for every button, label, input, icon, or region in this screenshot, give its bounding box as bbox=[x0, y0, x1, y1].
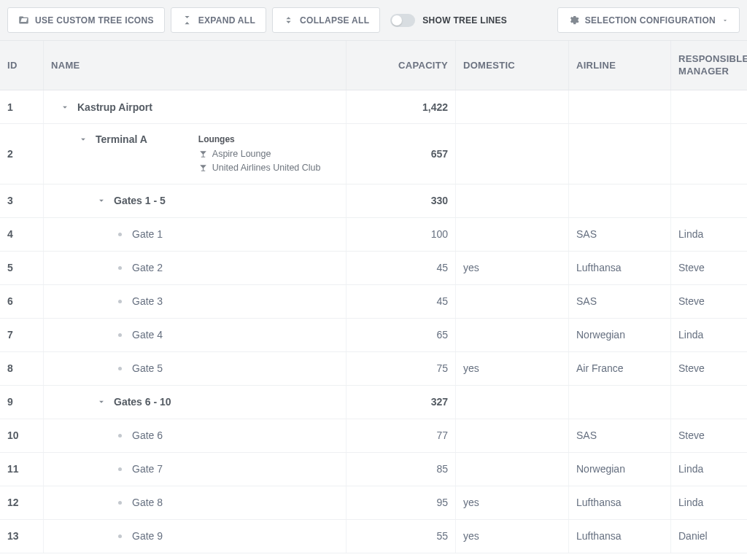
table-row[interactable]: 6 Gate 3 45 SAS Steve bbox=[0, 285, 747, 319]
cell-domestic: yes bbox=[456, 252, 569, 284]
lounge-name: United Airlines United Club bbox=[212, 161, 321, 175]
cell-capacity: 100 bbox=[347, 218, 456, 251]
cell-id: 2 bbox=[0, 124, 44, 184]
cell-name: Gate 8 bbox=[44, 486, 347, 519]
cell-id: 1 bbox=[0, 90, 44, 123]
table-row[interactable]: 4 Gate 1 100 SAS Linda bbox=[0, 218, 747, 252]
table-row[interactable]: 7 Gate 4 65 Norwegian Linda bbox=[0, 319, 747, 352]
use-custom-tree-icons-button[interactable]: USE CUSTOM TREE ICONS bbox=[7, 7, 165, 33]
toggle-switch[interactable] bbox=[390, 14, 415, 27]
column-header-airline[interactable]: AIRLINE bbox=[569, 41, 671, 90]
leaf-bullet-icon bbox=[113, 362, 126, 375]
table-row[interactable]: 5 Gate 2 45 yes Lufthansa Steve bbox=[0, 252, 747, 285]
table-row[interactable]: 8 Gate 5 75 yes Air France Steve bbox=[0, 352, 747, 386]
leaf-bullet-icon bbox=[113, 529, 126, 542]
expand-toggle[interactable] bbox=[95, 395, 108, 408]
cell-domestic: yes bbox=[456, 520, 569, 553]
table-row[interactable]: 12 Gate 8 95 yes Lufthansa Linda bbox=[0, 486, 747, 520]
node-label: Gate 4 bbox=[132, 329, 163, 341]
leaf-bullet-icon bbox=[113, 261, 126, 274]
column-header-capacity[interactable]: CAPACITY bbox=[347, 41, 456, 90]
node-label: Gate 8 bbox=[132, 497, 163, 508]
table-row[interactable]: 9 Gates 6 - 10 327 bbox=[0, 386, 747, 419]
cell-id: 5 bbox=[0, 252, 44, 284]
expand-all-icon bbox=[182, 15, 193, 26]
expand-toggle[interactable] bbox=[95, 194, 108, 207]
cell-capacity: 55 bbox=[347, 520, 456, 553]
chevron-down-icon bbox=[721, 17, 729, 24]
cell-manager: Steve bbox=[671, 252, 747, 284]
node-label: Gates 1 - 5 bbox=[114, 195, 166, 206]
collapse-all-button[interactable]: COLLAPSE ALL bbox=[272, 7, 380, 33]
table-row[interactable]: 11 Gate 7 85 Norwegian Linda bbox=[0, 453, 747, 486]
cell-capacity: 330 bbox=[347, 184, 456, 217]
cell-domestic: yes bbox=[456, 486, 569, 519]
table-row[interactable]: 3 Gates 1 - 5 330 bbox=[0, 184, 747, 218]
cell-manager: Steve bbox=[671, 352, 747, 385]
cell-domestic bbox=[456, 218, 569, 251]
cell-name: Gates 1 - 5 bbox=[44, 184, 347, 217]
table-row[interactable]: 13 Gate 9 55 yes Lufthansa Daniel bbox=[0, 520, 747, 553]
node-label: Gate 6 bbox=[132, 429, 163, 441]
button-label: COLLAPSE ALL bbox=[300, 15, 369, 26]
lounge-item: United Airlines United Club bbox=[198, 161, 321, 175]
cell-capacity: 1,422 bbox=[347, 90, 456, 123]
cell-domestic bbox=[456, 124, 569, 184]
cocktail-icon bbox=[198, 163, 208, 173]
cell-name: Gate 7 bbox=[44, 453, 347, 486]
cell-id: 7 bbox=[0, 319, 44, 351]
cell-airline: SAS bbox=[569, 419, 671, 452]
cell-name: Gate 4 bbox=[44, 319, 347, 351]
cell-manager: Linda bbox=[671, 218, 747, 251]
button-label: USE CUSTOM TREE ICONS bbox=[35, 15, 154, 26]
cell-domestic: yes bbox=[456, 352, 569, 385]
expand-toggle[interactable] bbox=[58, 101, 71, 114]
table-row[interactable]: 1 Kastrup Airport 1,422 bbox=[0, 90, 747, 124]
cell-capacity: 85 bbox=[347, 453, 456, 486]
toolbar: USE CUSTOM TREE ICONS EXPAND ALL COLLAPS… bbox=[0, 0, 747, 41]
node-label: Gate 7 bbox=[132, 463, 163, 475]
node-label: Gate 1 bbox=[132, 228, 163, 240]
expand-toggle[interactable] bbox=[77, 133, 90, 146]
show-tree-lines-toggle[interactable]: SHOW TREE LINES bbox=[390, 14, 507, 27]
column-header-manager[interactable]: RESPONSIBLE MANAGER bbox=[671, 41, 747, 90]
cell-airline bbox=[569, 386, 671, 419]
lounge-item: Aspire Lounge bbox=[198, 147, 321, 161]
cell-capacity: 95 bbox=[347, 486, 456, 519]
cocktail-icon bbox=[198, 149, 208, 159]
cell-id: 6 bbox=[0, 285, 44, 318]
cell-capacity: 45 bbox=[347, 252, 456, 284]
cell-name: Kastrup Airport bbox=[44, 90, 347, 123]
cell-name: Gates 6 - 10 bbox=[44, 386, 347, 419]
cell-manager bbox=[671, 90, 747, 123]
column-header-name[interactable]: NAME bbox=[44, 41, 347, 90]
selection-configuration-button[interactable]: SELECTION CONFIGURATION bbox=[557, 7, 740, 33]
expand-all-button[interactable]: EXPAND ALL bbox=[171, 7, 266, 33]
leaf-bullet-icon bbox=[113, 429, 126, 442]
chevron-down-icon bbox=[78, 134, 88, 144]
cell-airline: SAS bbox=[569, 218, 671, 251]
cell-manager bbox=[671, 124, 747, 184]
cell-id: 9 bbox=[0, 386, 44, 419]
cell-name: Gate 2 bbox=[44, 252, 347, 284]
table-row[interactable]: 2 Terminal A Lounges Aspire Lounge U bbox=[0, 124, 747, 184]
cell-name: Gate 9 bbox=[44, 520, 347, 553]
node-label: Gate 2 bbox=[132, 262, 163, 273]
folder-open-icon bbox=[18, 15, 29, 26]
column-header-id[interactable]: ID bbox=[0, 41, 44, 90]
button-label: EXPAND ALL bbox=[198, 15, 255, 26]
cell-manager: Steve bbox=[671, 419, 747, 452]
chevron-down-icon bbox=[60, 102, 70, 112]
cell-manager bbox=[671, 386, 747, 419]
cell-id: 4 bbox=[0, 218, 44, 251]
cell-domestic bbox=[456, 285, 569, 318]
cell-id: 3 bbox=[0, 184, 44, 217]
chevron-down-icon bbox=[96, 397, 107, 407]
cell-manager bbox=[671, 184, 747, 217]
button-label: SELECTION CONFIGURATION bbox=[585, 15, 716, 26]
column-header-domestic[interactable]: DOMESTIC bbox=[456, 41, 569, 90]
table-row[interactable]: 10 Gate 6 77 SAS Steve bbox=[0, 419, 747, 453]
node-label: Gate 5 bbox=[132, 362, 163, 374]
cell-manager: Linda bbox=[671, 453, 747, 486]
cell-airline bbox=[569, 184, 671, 217]
